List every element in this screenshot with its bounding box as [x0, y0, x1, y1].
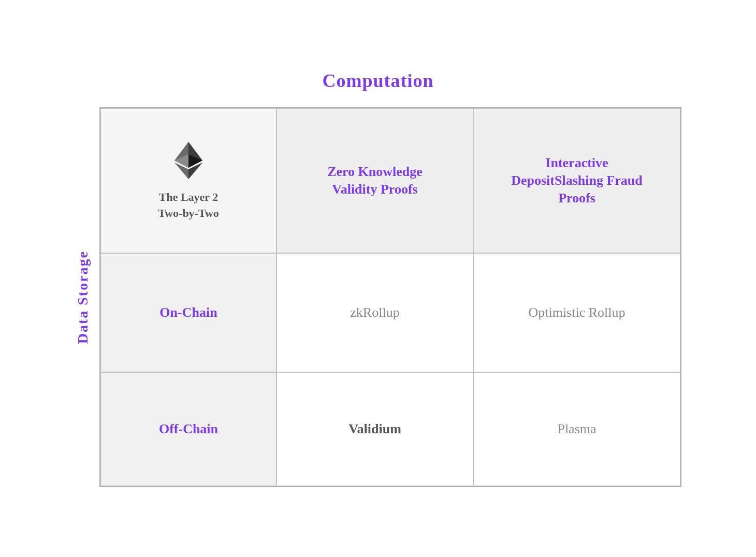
header-left-cell: The Layer 2 Two-by-Two [100, 108, 277, 253]
y-axis-label: Data Storage [75, 251, 91, 344]
offchain-interactive-cell: Plasma [473, 372, 680, 486]
layer2-label: The Layer 2 Two-by-Two [158, 189, 219, 222]
offchain-zk-cell: Validium [277, 372, 473, 486]
onchain-interactive-cell: Optimistic Rollup [473, 253, 680, 372]
header-interactive-cell: Interactive DepositSlashing Fraud Proofs [473, 108, 680, 253]
zkrollup-text: zkRollup [350, 305, 399, 320]
zk-header-text: Zero Knowledge Validity Proofs [327, 163, 423, 198]
ethereum-icon [170, 140, 207, 181]
onchain-label: On-Chain [159, 304, 217, 321]
onchain-zk-cell: zkRollup [277, 253, 473, 372]
chart-wrapper: Data Storage The Layer 2 Two-by-Two [75, 107, 681, 487]
page-container: Computation Data Storage The Layer 2 Two… [0, 0, 756, 557]
header-zk-cell: Zero Knowledge Validity Proofs [277, 108, 473, 253]
main-title: Computation [322, 70, 433, 92]
onchain-label-cell: On-Chain [100, 253, 277, 372]
validium-text: Validium [348, 421, 401, 437]
grid-container: The Layer 2 Two-by-Two Zero Knowledge Va… [99, 107, 681, 487]
plasma-text: Plasma [557, 421, 596, 437]
optimistic-rollup-text: Optimistic Rollup [528, 305, 625, 320]
interactive-header-text: Interactive DepositSlashing Fraud Proofs [511, 154, 643, 207]
offchain-label: Off-Chain [159, 420, 218, 438]
offchain-label-cell: Off-Chain [100, 372, 277, 486]
